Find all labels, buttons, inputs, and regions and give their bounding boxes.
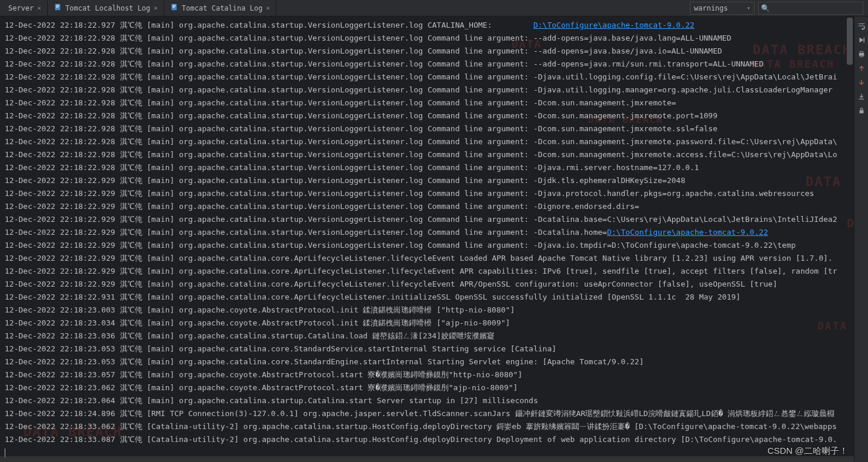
tab-label: Server <box>8 4 34 12</box>
log-line: 12-Dec-2022 22:18:22.927 淇℃伅 [main] org.… <box>5 19 854 32</box>
log-line: 12-Dec-2022 22:18:22.929 淇℃伅 [main] org.… <box>5 187 854 200</box>
close-icon[interactable]: ✕ <box>37 4 41 12</box>
tab-label: Tomcat Catalina Log <box>182 4 262 12</box>
log-line: 12-Dec-2022 22:18:23.053 淇℃伅 [main] org.… <box>5 355 854 368</box>
log-line: 12-Dec-2022 22:18:22.928 淇℃伅 [main] org.… <box>5 58 854 71</box>
lock-icon[interactable] <box>857 106 866 114</box>
search-icon: 🔍 <box>761 4 770 12</box>
log-line: 12-Dec-2022 22:18:22.928 淇℃伅 [main] org.… <box>5 148 854 161</box>
path-link[interactable]: D:\ToConfigure\apache-tomcat-9.0.22 <box>607 228 768 237</box>
log-line: 12-Dec-2022 22:18:22.928 淇℃伅 [main] org.… <box>5 32 854 45</box>
log-line: 12-Dec-2022 22:18:23.053 淇℃伅 [main] org.… <box>5 343 854 355</box>
log-line: 12-Dec-2022 22:18:22.929 淇℃伅 [main] org.… <box>5 226 854 239</box>
console-toolbar <box>854 16 868 462</box>
log-line: 12-Dec-2022 22:18:33.087 淇℃伅 [Catalina-u… <box>5 433 854 446</box>
chevron-down-icon: ▾ <box>747 5 750 11</box>
path-link[interactable]: D:\ToConfigure\apache-tomcat-9.0.22 <box>533 21 695 29</box>
horizontal-scrollbar[interactable] <box>0 456 854 462</box>
log-lines: 12-Dec-2022 22:18:22.927 淇℃伅 [main] org.… <box>5 19 854 459</box>
log-search-input[interactable] <box>772 4 860 12</box>
tab-label: Tomcat Localhost Log <box>65 4 151 12</box>
arrow-up-icon[interactable] <box>857 64 866 72</box>
arrow-down-icon[interactable] <box>857 78 866 86</box>
log-line: 12-Dec-2022 22:18:22.929 淇℃伅 [main] org.… <box>5 265 854 278</box>
log-line: 12-Dec-2022 22:18:22.931 淇℃伅 [main] org.… <box>5 291 854 304</box>
svg-rect-3 <box>56 7 58 8</box>
log-line: 12-Dec-2022 22:18:22.928 淇℃伅 [main] org.… <box>5 161 854 174</box>
log-line: 12-Dec-2022 22:18:24.896 淇℃伅 [RMI TCP Co… <box>5 407 854 420</box>
log-level-value: warnings <box>694 4 728 12</box>
svg-rect-10 <box>860 52 863 54</box>
log-line: 12-Dec-2022 22:18:23.064 淇℃伅 [main] org.… <box>5 394 854 407</box>
log-line: 12-Dec-2022 22:18:22.928 淇℃伅 [main] org.… <box>5 122 854 135</box>
log-line: 12-Dec-2022 22:18:22.929 淇℃伅 [main] org.… <box>5 213 854 226</box>
log-line: 12-Dec-2022 22:18:23.057 淇℃伅 [main] org.… <box>5 368 854 381</box>
log-line: 12-Dec-2022 22:18:22.929 淇℃伅 [main] org.… <box>5 278 854 291</box>
tabbar-right: warnings ▾ 🔍 <box>690 2 866 15</box>
print-icon[interactable] <box>857 49 866 58</box>
log-line: 12-Dec-2022 22:18:22.928 淇℃伅 [main] org.… <box>5 71 854 84</box>
tab-tomcat-catalina-log[interactable]: Tomcat Catalina Log✕ <box>164 0 276 16</box>
close-icon[interactable]: ✕ <box>153 4 158 12</box>
soft-wrap-icon[interactable] <box>857 21 866 29</box>
svg-rect-8 <box>863 38 864 43</box>
scroll-end-icon[interactable] <box>857 35 866 44</box>
log-line: 12-Dec-2022 22:18:23.062 淇℃伅 [main] org.… <box>5 381 854 394</box>
log-line: 12-Dec-2022 22:18:33.062 淇℃伅 [Catalina-u… <box>5 420 854 433</box>
log-line: 12-Dec-2022 22:18:22.929 淇℃伅 [main] org.… <box>5 239 854 252</box>
vertical-scrollbar[interactable] <box>847 18 853 65</box>
svg-rect-12 <box>859 110 863 113</box>
log-line: 12-Dec-2022 22:18:22.929 淇℃伅 [main] org.… <box>5 174 854 187</box>
log-line: 12-Dec-2022 22:18:22.929 淇℃伅 [main] org.… <box>5 200 854 213</box>
log-line: 12-Dec-2022 22:18:22.928 淇℃伅 [main] org.… <box>5 84 854 97</box>
svg-rect-5 <box>172 5 175 6</box>
tab-list: Server✕Tomcat Localhost Log✕Tomcat Catal… <box>2 0 276 16</box>
tab-bar: Server✕Tomcat Localhost Log✕Tomcat Catal… <box>0 0 868 16</box>
svg-rect-1 <box>56 5 59 6</box>
svg-rect-6 <box>172 6 175 6</box>
log-line: 12-Dec-2022 22:18:23.003 淇℃伅 [main] org.… <box>5 304 854 317</box>
tab-server[interactable]: Server✕ <box>2 0 48 16</box>
log-level-filter[interactable]: warnings ▾ <box>690 2 755 15</box>
log-line: 12-Dec-2022 22:18:22.928 淇℃伅 [main] org.… <box>5 109 854 122</box>
log-line: 12-Dec-2022 22:18:22.928 淇℃伅 [main] org.… <box>5 97 854 109</box>
tab-tomcat-localhost-log[interactable]: Tomcat Localhost Log✕ <box>48 0 164 16</box>
export-icon[interactable] <box>857 92 866 100</box>
watermark: CSDN @二哈喇子！ <box>767 444 848 457</box>
svg-rect-2 <box>56 6 59 6</box>
svg-rect-7 <box>172 7 175 8</box>
console-output[interactable]: DATA BREACHDATA BREACHDATADATA BREACHDAT… <box>0 16 854 462</box>
document-icon <box>54 3 62 13</box>
svg-rect-11 <box>860 55 863 57</box>
log-line: 12-Dec-2022 22:18:23.036 淇℃伅 [main] org.… <box>5 330 854 343</box>
log-line: 12-Dec-2022 22:18:22.928 淇℃伅 [main] org.… <box>5 45 854 58</box>
log-line: 12-Dec-2022 22:18:23.034 淇℃伅 [main] org.… <box>5 317 854 330</box>
log-search[interactable]: 🔍 <box>758 2 863 15</box>
log-line: 12-Dec-2022 22:18:22.928 淇℃伅 [main] org.… <box>5 135 854 148</box>
document-icon <box>170 3 178 13</box>
log-line: 12-Dec-2022 22:18:22.929 淇℃伅 [main] org.… <box>5 252 854 265</box>
close-icon[interactable]: ✕ <box>266 4 270 12</box>
content-area: DATA BREACHDATA BREACHDATADATA BREACHDAT… <box>0 16 868 462</box>
